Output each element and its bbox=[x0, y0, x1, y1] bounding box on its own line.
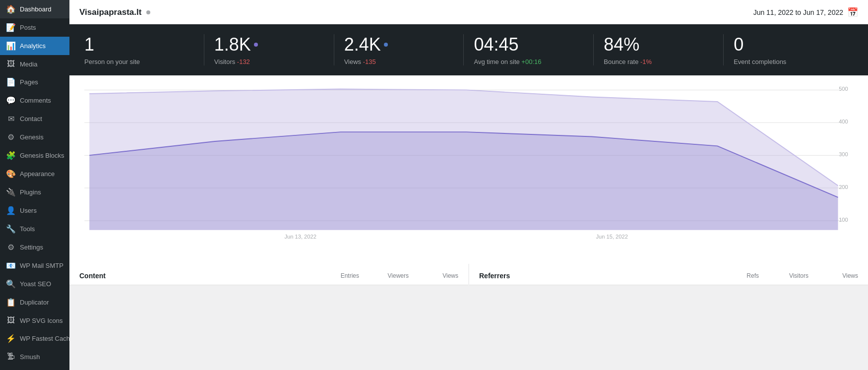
sidebar-item-analytics[interactable]: 📊 Analytics bbox=[0, 37, 69, 55]
sidebar-icon-plugins: 🔌 bbox=[6, 187, 16, 197]
sidebar-label-plugins: Plugins bbox=[20, 188, 63, 196]
sidebar-icon-users: 👤 bbox=[6, 206, 16, 215]
sidebar-item-comments[interactable]: 💬 Comments bbox=[0, 91, 69, 110]
sidebar-icon-duplicator: 📋 bbox=[6, 298, 16, 307]
sidebar-label-wp-mail-smtp: WP Mail SMTP bbox=[20, 262, 63, 269]
sidebar-icon-appearance: 🎨 bbox=[6, 169, 16, 179]
sidebar-label-settings: Settings bbox=[20, 244, 63, 251]
svg-text:500: 500 bbox=[839, 86, 848, 92]
sidebar-item-tools[interactable]: 🔧 Tools bbox=[0, 220, 69, 238]
sidebar-label-wp-fastest-cache: WP Fastest Cache bbox=[20, 335, 69, 342]
sidebar-icon-tools: 🔧 bbox=[6, 224, 16, 234]
svg-text:Jun 13, 2022: Jun 13, 2022 bbox=[284, 234, 316, 240]
sidebar-label-appearance: Appearance bbox=[20, 170, 63, 178]
stat-label-3: Avg time on site +00:16 bbox=[474, 58, 583, 65]
sidebar-label-wp-svg-icons: WP SVG Icons bbox=[20, 317, 63, 324]
stat-item-5: 0 Event completions bbox=[724, 34, 853, 65]
content-table: Content Entries Viewers Views bbox=[69, 264, 468, 285]
sidebar-icon-analytics: 📊 bbox=[6, 41, 16, 51]
date-range: Jun 11, 2022 to Jun 17, 2022 📅 bbox=[753, 7, 858, 18]
col-refs: Refs bbox=[719, 272, 759, 279]
main-content: Visaipaprasta.lt Jun 11, 2022 to Jun 17,… bbox=[69, 0, 868, 370]
site-name: Visaipaprasta.lt bbox=[79, 7, 141, 17]
col-visitors: Visitors bbox=[769, 272, 808, 279]
sidebar-item-genesis-blocks[interactable]: 🧩 Genesis Blocks bbox=[0, 146, 69, 165]
stats-bar: 1 Person on your site 1.8K Visitors -132… bbox=[69, 24, 868, 75]
sidebar-item-wp-fastest-cache[interactable]: ⚡ WP Fastest Cache bbox=[0, 329, 69, 348]
sidebar-label-duplicator: Duplicator bbox=[20, 299, 63, 306]
sidebar-item-wp-mail-smtp[interactable]: 📧 WP Mail SMTP bbox=[0, 256, 69, 275]
sidebar-icon-media: 🖼 bbox=[6, 60, 16, 68]
stat-label-1: Visitors -132 bbox=[214, 58, 324, 65]
sidebar-icon-pages: 📄 bbox=[6, 77, 16, 87]
stat-value-5: 0 bbox=[734, 34, 843, 55]
sidebar-label-analytics: Analytics bbox=[20, 42, 63, 50]
sidebar-item-smush[interactable]: 🗜 Smush bbox=[0, 348, 69, 366]
sidebar-item-settings[interactable]: ⚙ Settings bbox=[0, 238, 69, 256]
sidebar-label-comments: Comments bbox=[20, 97, 63, 104]
svg-text:200: 200 bbox=[839, 184, 848, 190]
stat-item-2: 2.4K Views -135 bbox=[334, 34, 464, 65]
stat-change-2: -135 bbox=[363, 58, 376, 65]
stat-label-4: Bounce rate -1% bbox=[604, 58, 713, 65]
sidebar-label-media: Media bbox=[20, 61, 63, 68]
sidebar-item-contact[interactable]: ✉ Contact bbox=[0, 110, 69, 128]
stat-change-1: -132 bbox=[237, 58, 250, 65]
stat-label-2: Views -135 bbox=[344, 58, 454, 65]
col-entries: Entries bbox=[319, 272, 359, 279]
sidebar-item-appearance[interactable]: 🎨 Appearance bbox=[0, 165, 69, 183]
stat-dot-1 bbox=[254, 43, 258, 47]
sidebar-item-yoast-seo[interactable]: 🔍 Yoast SEO bbox=[0, 275, 69, 293]
sidebar: 🏠 Dashboard 📝 Posts 📊 Analytics 🖼 Media … bbox=[0, 0, 69, 370]
date-range-text: Jun 11, 2022 to Jun 17, 2022 bbox=[753, 8, 843, 16]
sidebar-icon-yoast-seo: 🔍 bbox=[6, 279, 16, 289]
sidebar-icon-genesis-blocks: 🧩 bbox=[6, 151, 16, 160]
sidebar-item-duplicator[interactable]: 📋 Duplicator bbox=[0, 293, 69, 311]
sidebar-icon-posts: 📝 bbox=[6, 23, 16, 32]
content-title: Content bbox=[79, 272, 310, 280]
stat-change-4: -1% bbox=[640, 58, 652, 65]
referrers-table: Referrers Refs Visitors Views bbox=[469, 264, 868, 285]
calendar-icon[interactable]: 📅 bbox=[847, 7, 858, 18]
stat-value-1: 1.8K bbox=[214, 34, 324, 55]
sidebar-label-tools: Tools bbox=[20, 225, 63, 233]
sidebar-icon-comments: 💬 bbox=[6, 96, 16, 105]
stat-item-3: 04:45 Avg time on site +00:16 bbox=[464, 34, 594, 65]
sidebar-icon-contact: ✉ bbox=[6, 114, 16, 123]
col-views: Views bbox=[419, 272, 458, 279]
sidebar-icon-genesis: ⚙ bbox=[6, 132, 16, 142]
sidebar-item-wp-svg-icons[interactable]: 🖼 WP SVG Icons bbox=[0, 311, 69, 329]
stat-item-1: 1.8K Visitors -132 bbox=[204, 34, 334, 65]
svg-text:100: 100 bbox=[839, 217, 848, 223]
sidebar-icon-wp-svg-icons: 🖼 bbox=[6, 316, 16, 325]
sidebar-item-media[interactable]: 🖼 Media bbox=[0, 55, 69, 73]
sidebar-label-dashboard: Dashboard bbox=[20, 5, 63, 13]
sidebar-item-posts[interactable]: 📝 Posts bbox=[0, 18, 69, 37]
header-left: Visaipaprasta.lt bbox=[79, 7, 150, 17]
sidebar-item-users[interactable]: 👤 Users bbox=[0, 201, 69, 220]
sidebar-item-pages[interactable]: 📄 Pages bbox=[0, 73, 69, 91]
sidebar-label-genesis: Genesis bbox=[20, 133, 63, 141]
chart-area: 500 400 300 200 100 Jun 13, 2022 Jun 15,… bbox=[69, 75, 868, 264]
status-dot bbox=[146, 10, 150, 14]
sidebar-item-plugins[interactable]: 🔌 Plugins bbox=[0, 183, 69, 201]
stat-label-0: Person on your site bbox=[84, 58, 194, 65]
svg-text:400: 400 bbox=[839, 119, 848, 125]
analytics-chart: 500 400 300 200 100 Jun 13, 2022 Jun 15,… bbox=[79, 85, 858, 244]
col-viewers: Viewers bbox=[369, 272, 409, 279]
sidebar-icon-wp-fastest-cache: ⚡ bbox=[6, 334, 16, 343]
sidebar-label-contact: Contact bbox=[20, 115, 63, 123]
content-table-header: Content Entries Viewers Views bbox=[69, 264, 468, 285]
sidebar-label-posts: Posts bbox=[20, 24, 63, 31]
stat-item-0: 1 Person on your site bbox=[84, 34, 204, 65]
sidebar-icon-wp-mail-smtp: 📧 bbox=[6, 261, 16, 270]
stat-value-2: 2.4K bbox=[344, 34, 454, 55]
stat-label-5: Event completions bbox=[734, 58, 843, 65]
sidebar-label-genesis-blocks: Genesis Blocks bbox=[20, 152, 64, 159]
svg-text:300: 300 bbox=[839, 151, 848, 157]
sidebar-icon-dashboard: 🏠 bbox=[6, 4, 16, 14]
sidebar-item-dashboard[interactable]: 🏠 Dashboard bbox=[0, 0, 69, 18]
sidebar-item-genesis[interactable]: ⚙ Genesis bbox=[0, 128, 69, 146]
svg-text:Jun 15, 2022: Jun 15, 2022 bbox=[596, 234, 627, 240]
sidebar-label-smush: Smush bbox=[20, 353, 63, 361]
